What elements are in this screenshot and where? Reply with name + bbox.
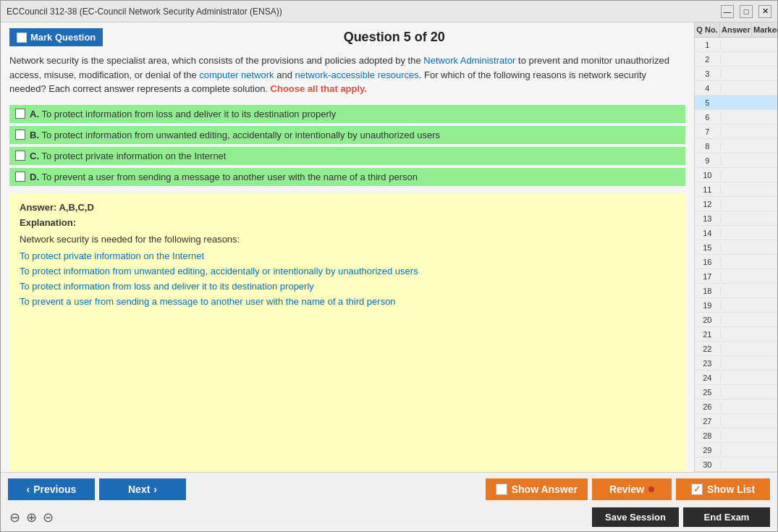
sidebar-qno: 5 xyxy=(695,98,721,107)
sidebar-row[interactable]: 28 xyxy=(695,428,777,443)
sidebar-row[interactable]: 7 xyxy=(695,124,777,139)
sidebar-qno: 7 xyxy=(695,127,721,136)
sidebar-qno: 21 xyxy=(695,330,721,339)
explanation-label: Explanation: xyxy=(20,217,675,228)
minimize-button[interactable]: — xyxy=(721,5,734,18)
end-exam-button[interactable]: End Exam xyxy=(683,507,770,527)
bottom-bar: ‹ Previous Next › Show Answer Review Sho… xyxy=(1,472,777,531)
content-area: Mark Question Question 5 of 20 Network s… xyxy=(1,22,777,472)
sidebar-row[interactable]: 10 xyxy=(695,168,777,182)
col-answer-header: Answer xyxy=(720,22,752,37)
sidebar-row[interactable]: 12 xyxy=(695,197,777,211)
show-answer-button[interactable]: Show Answer xyxy=(486,478,588,500)
next-button[interactable]: Next › xyxy=(99,478,186,500)
sidebar-qno: 6 xyxy=(695,113,721,122)
maximize-button[interactable]: □ xyxy=(740,5,753,18)
explanation-item-1: To protect private information on the In… xyxy=(20,250,675,261)
option-c-checkbox[interactable] xyxy=(15,151,25,161)
sidebar-qno: 22 xyxy=(695,345,721,353)
show-list-label: Show List xyxy=(707,484,755,495)
window-title: ECCouncil 312-38 (EC-Council Network Sec… xyxy=(7,7,282,17)
zoom-reset-button[interactable]: ⊕ xyxy=(25,508,38,527)
show-list-button[interactable]: Show List xyxy=(676,478,770,500)
sidebar-row[interactable]: 8 xyxy=(695,139,777,153)
option-c-text: C. To protect private information on the… xyxy=(30,151,226,161)
option-a-row[interactable]: A. To protect information from loss and … xyxy=(9,105,685,123)
question-title: Question 5 of 20 xyxy=(103,30,685,45)
review-button[interactable]: Review xyxy=(592,478,672,500)
sidebar-qno: 18 xyxy=(695,287,721,295)
answer-area: Answer: A,B,C,D Explanation: Network sec… xyxy=(9,193,685,473)
title-bar-controls: — □ ✕ xyxy=(721,5,771,18)
sidebar-qno: 20 xyxy=(695,316,721,324)
sidebar-row[interactable]: 27 xyxy=(695,414,777,428)
sidebar-qno: 15 xyxy=(695,243,721,252)
close-button[interactable]: ✕ xyxy=(758,5,771,18)
sidebar-row[interactable]: 1 xyxy=(695,38,777,52)
sidebar-row[interactable]: 24 xyxy=(695,371,777,385)
sidebar-row[interactable]: 20 xyxy=(695,313,777,327)
sidebar-qno: 1 xyxy=(695,41,721,49)
mark-question-label: Mark Question xyxy=(30,32,96,43)
sidebar-row[interactable]: 19 xyxy=(695,298,777,313)
option-d-checkbox[interactable] xyxy=(15,172,25,182)
sidebar-row[interactable]: 5 xyxy=(695,96,777,110)
sidebar-qno: 14 xyxy=(695,229,721,237)
sidebar-row[interactable]: 15 xyxy=(695,240,777,255)
sidebar-row[interactable]: 25 xyxy=(695,385,777,400)
col-qno-header: Q No. xyxy=(695,22,720,37)
option-b-text: B. To protect information from unwanted … xyxy=(30,130,440,140)
sidebar-qno: 23 xyxy=(695,359,721,368)
sidebar-qno: 10 xyxy=(695,171,721,180)
option-b-checkbox[interactable] xyxy=(15,130,25,140)
sidebar-row[interactable]: 17 xyxy=(695,269,777,284)
explanation-intro: Network security is needed for the follo… xyxy=(20,234,675,245)
show-answer-checkbox-icon xyxy=(496,484,507,495)
show-answer-label: Show Answer xyxy=(512,484,578,495)
sidebar-row[interactable]: 22 xyxy=(695,342,777,356)
option-b-row[interactable]: B. To protect information from unwanted … xyxy=(9,126,685,144)
option-a-checkbox[interactable] xyxy=(15,109,25,119)
sidebar-qno: 28 xyxy=(695,431,721,440)
sidebar-qno: 24 xyxy=(695,373,721,382)
title-bar: ECCouncil 312-38 (EC-Council Network Sec… xyxy=(1,1,777,22)
sidebar: Q No. Answer Marked 1 2 3 4 5 6 xyxy=(694,22,777,472)
sidebar-row[interactable]: 23 xyxy=(695,356,777,371)
sidebar-qno: 27 xyxy=(695,417,721,426)
bottom-right-buttons: Save Session End Exam xyxy=(592,507,770,527)
sidebar-qno: 12 xyxy=(695,200,721,208)
sidebar-qno: 30 xyxy=(695,460,721,469)
zoom-out-button[interactable]: ⊖ xyxy=(8,508,22,527)
sidebar-row[interactable]: 16 xyxy=(695,255,777,269)
previous-button[interactable]: ‹ Previous xyxy=(8,478,95,500)
review-label: Review xyxy=(609,484,644,495)
sidebar-row[interactable]: 13 xyxy=(695,211,777,226)
sidebar-row[interactable]: 11 xyxy=(695,182,777,197)
sidebar-qno: 4 xyxy=(695,84,721,93)
sidebar-row[interactable]: 4 xyxy=(695,81,777,96)
sidebar-row[interactable]: 21 xyxy=(695,327,777,342)
sidebar-qno: 13 xyxy=(695,214,721,223)
zoom-in-button[interactable]: ⊝ xyxy=(41,508,55,527)
sidebar-row[interactable]: 26 xyxy=(695,400,777,414)
bottom-zoom-row: ⊖ ⊕ ⊝ Save Session End Exam xyxy=(1,506,777,531)
sidebar-row[interactable]: 2 xyxy=(695,52,777,67)
sidebar-qno: 19 xyxy=(695,301,721,310)
sidebar-qno: 9 xyxy=(695,156,721,165)
sidebar-row[interactable]: 3 xyxy=(695,67,777,81)
save-session-button[interactable]: Save Session xyxy=(592,507,679,527)
sidebar-qno: 17 xyxy=(695,272,721,281)
explanation-item-2: To protect information from unwanted edi… xyxy=(20,266,675,276)
sidebar-row[interactable]: 6 xyxy=(695,110,777,124)
sidebar-row[interactable]: 18 xyxy=(695,284,777,298)
mark-question-button[interactable]: Mark Question xyxy=(9,28,103,46)
question-body: Network security is the specialist area,… xyxy=(9,55,669,94)
sidebar-row[interactable]: 14 xyxy=(695,226,777,240)
option-c-row[interactable]: C. To protect private information on the… xyxy=(9,147,685,165)
sidebar-row[interactable]: 9 xyxy=(695,153,777,168)
sidebar-row[interactable]: 30 xyxy=(695,457,777,472)
top-bar: Mark Question Question 5 of 20 xyxy=(9,28,685,46)
option-d-row[interactable]: D. To prevent a user from sending a mess… xyxy=(9,168,685,186)
sidebar-row[interactable]: 29 xyxy=(695,443,777,457)
options-area: A. To protect information from loss and … xyxy=(9,105,685,186)
